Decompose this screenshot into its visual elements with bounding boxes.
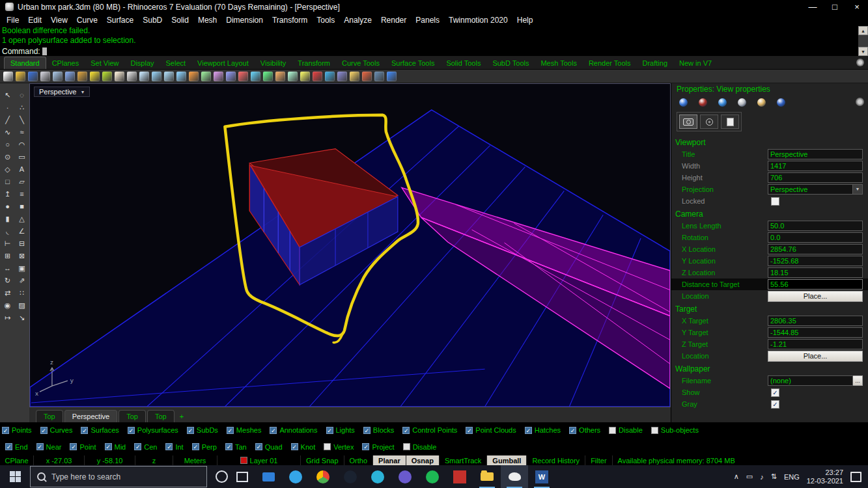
toolbar-tab-transform[interactable]: Transform [292, 57, 336, 69]
join-tool-icon[interactable]: ⊞ [2, 251, 14, 261]
menu-render[interactable]: Render [376, 14, 411, 26]
layers-icon[interactable] [699, 98, 707, 107]
osn-item-vertex[interactable]: Vertex [324, 443, 354, 451]
action-center-icon[interactable] [850, 472, 861, 482]
checkbox-point-clouds[interactable]: ✓ [466, 427, 473, 434]
checkbox-vertex[interactable] [324, 443, 331, 450]
toolbar-tab-drafting[interactable]: Drafting [637, 57, 674, 69]
viewport-tab-item[interactable]: + [176, 411, 188, 422]
checkbox-disable[interactable] [609, 427, 616, 434]
checkbox-int[interactable]: ✓ [165, 443, 173, 450]
task-view-icon[interactable] [236, 472, 248, 482]
menu-analyze[interactable]: Analyze [339, 14, 376, 26]
move-tool-icon[interactable]: ↔ [2, 263, 14, 273]
osn-item-int[interactable]: ✓Int [165, 443, 183, 451]
menu-file[interactable]: File [2, 14, 23, 26]
osn-item-project[interactable]: ✓Project [362, 443, 394, 451]
checkbox-tan[interactable]: ✓ [225, 443, 232, 450]
filter-item-curves[interactable]: ✓Curves [40, 426, 73, 434]
extrude-icon[interactable]: ↥ [2, 189, 14, 199]
redo-icon[interactable] [102, 72, 112, 81]
mail-app-icon[interactable] [255, 465, 282, 488]
checkbox-point[interactable]: ✓ [70, 443, 77, 450]
select-arrow-icon[interactable]: ↖ [2, 90, 14, 100]
osn-item-end[interactable]: ✓End [5, 443, 28, 451]
checkbox-sub-objects[interactable] [651, 427, 658, 434]
property-value-filename[interactable]: (none) [768, 375, 853, 386]
filter-item-disable[interactable]: Disable [609, 426, 643, 434]
cut-icon[interactable] [53, 72, 63, 81]
copy-icon[interactable] [65, 72, 75, 81]
viewport-tab-top[interactable]: Top [36, 410, 63, 422]
language-indicator[interactable]: ENG [784, 473, 800, 481]
property-value-lens-length[interactable]: 50.0 [768, 221, 863, 231]
property-value-distance-to-target[interactable]: 55.56 [768, 279, 863, 290]
osn-item-cen[interactable]: ✓Cen [134, 443, 157, 451]
interpolate-curve-icon[interactable]: ≈ [16, 127, 28, 137]
libraries-icon[interactable] [757, 98, 766, 107]
status-y-58-10[interactable]: y -58.10 [85, 455, 135, 465]
property-dropdown-projection[interactable]: Perspective▼ [768, 184, 863, 195]
checkbox-end[interactable]: ✓ [5, 443, 12, 450]
scale-icon[interactable] [201, 72, 211, 81]
save-file-icon[interactable] [28, 72, 38, 81]
polygon-icon[interactable]: ◇ [2, 164, 14, 174]
hatch-icon[interactable]: ▨ [16, 300, 28, 310]
trim-tool-icon[interactable]: ⊢ [2, 238, 14, 249]
boolean-icon[interactable] [300, 72, 310, 81]
viewport-tab-perspective[interactable]: Perspective [64, 410, 117, 422]
lasso-select-icon[interactable]: ◌ [16, 90, 28, 100]
zoom-selected-icon[interactable] [164, 72, 174, 81]
toolbar-tab-set-view[interactable]: Set View [85, 57, 124, 69]
menu-mesh[interactable]: Mesh [193, 14, 221, 26]
array-icon[interactable] [226, 72, 236, 81]
explode-icon[interactable]: ⊠ [16, 251, 28, 261]
wallpaper-properties-button[interactable] [721, 115, 739, 129]
loft-icon[interactable]: ≡ [16, 189, 28, 199]
filter-item-others[interactable]: ✓Others [569, 426, 600, 434]
word-app-icon[interactable]: W [528, 465, 555, 488]
taskbar-search-input[interactable]: Type here to search [30, 466, 207, 487]
chrome-app-icon[interactable] [309, 465, 337, 488]
osn-item-knot[interactable]: ✓Knot [291, 443, 316, 451]
filter-item-hatches[interactable]: ✓Hatches [525, 426, 561, 434]
checkbox-lights[interactable]: ✓ [326, 427, 333, 434]
adobe-app-icon[interactable] [446, 465, 473, 488]
menu-subd[interactable]: SubD [138, 14, 167, 26]
scroll-up-icon[interactable]: ▲ [858, 26, 868, 35]
menu-twinmotion-2020[interactable]: Twinmotion 2020 [444, 14, 512, 26]
split-icon[interactable] [251, 72, 260, 81]
edge-app-icon[interactable] [364, 465, 391, 488]
menu-panels[interactable]: Panels [411, 14, 444, 26]
menu-dimension[interactable]: Dimension [221, 14, 268, 26]
fillet-icon[interactable] [275, 72, 285, 81]
array-tool-icon[interactable]: ∷ [16, 288, 28, 298]
toolbar-tab-render-tools[interactable]: Render Tools [583, 57, 637, 69]
split-tool-icon[interactable]: ⊟ [16, 238, 28, 249]
place-button[interactable]: Place... [768, 291, 863, 302]
toolbar-tab-visibility[interactable]: Visibility [255, 57, 292, 69]
toolbar-tab-surface-tools[interactable]: Surface Tools [385, 57, 440, 69]
gear-icon[interactable] [856, 98, 864, 106]
checkbox-blocks[interactable]: ✓ [363, 427, 371, 434]
viewport-canvas[interactable]: z x y [30, 84, 670, 407]
object-properties-icon[interactable] [679, 98, 688, 107]
chamfer-icon[interactable]: ∠ [16, 226, 28, 236]
viewport-title-menu[interactable]: Perspective ▼ [34, 87, 90, 97]
checkbox-project[interactable]: ✓ [362, 443, 369, 450]
menu-solid[interactable]: Solid [167, 14, 193, 26]
toolbar-tab-new-in-v7[interactable]: New in V7 [673, 57, 718, 69]
plane-icon[interactable]: □ [2, 176, 14, 187]
join-icon[interactable] [263, 72, 273, 81]
property-value-x-target[interactable]: 2806.35 [768, 316, 863, 326]
status-smarttrack[interactable]: SmartTrack [440, 455, 487, 465]
property-value-rotation[interactable]: 0.0 [768, 232, 863, 243]
steam-app-icon[interactable] [337, 465, 364, 488]
spotify-app-icon[interactable] [419, 465, 446, 488]
status-osnap[interactable]: Osnap [406, 455, 440, 465]
open-file-icon[interactable] [16, 72, 25, 81]
property-value-z-target[interactable]: -1.21 [768, 339, 863, 349]
skype-app-icon[interactable] [282, 465, 309, 488]
menu-edit[interactable]: Edit [23, 14, 46, 26]
property-value-y-location[interactable]: -1525.68 [768, 256, 863, 266]
